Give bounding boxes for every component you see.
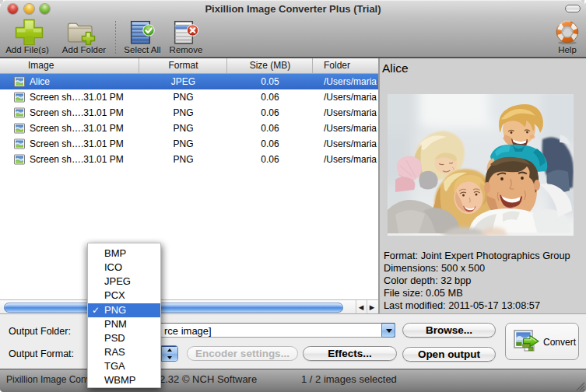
status-selection: 1 / 2 images selected [301,373,397,385]
toolbar-remove-button[interactable]: Remove [167,19,205,54]
remove-icon [167,19,205,45]
scrollbar-thumb[interactable] [4,303,343,313]
cell-format: PNG [139,152,227,167]
table-row-4[interactable]: Screen sh….31.01 PMPNG0.06/Users/maria [0,136,378,152]
menu-item-jpeg[interactable]: JPEG [88,275,160,289]
column-header-folder[interactable]: Folder [313,58,378,73]
convert-button[interactable]: Convert [505,323,579,360]
menu-item-png[interactable]: ✓PNG [88,303,160,317]
table-row-0[interactable]: AliceJPEG0.05/Users/maria [0,74,378,89]
meta-file-size: File size: 0.05 MB [384,287,570,299]
app-window: Pixillion Image Converter Plus (Trial) A… [0,0,586,392]
cell-image: Screen sh….31.01 PM [30,105,139,121]
cell-image: Screen sh….31.01 PM [30,136,139,152]
column-header-size-label: Size (MB) [250,60,291,71]
menu-item-bmp[interactable]: BMP [88,247,160,261]
browse-button[interactable]: Browse... [402,323,496,338]
meta-dimensions: Dimensions: 500 x 500 [384,262,570,275]
cell-image: Screen sh….31.01 PM [30,89,139,105]
cell-image: Screen sh….31.01 PM [30,152,139,167]
select-all-icon [121,19,164,45]
toolbar-add-folder-label: Add Folder [58,45,110,54]
image-thumbnail-icon [14,76,25,87]
convert-label: Convert [543,337,576,348]
toolbar-select-all-label: Select All [121,45,164,54]
column-header-folder-label: Folder [324,60,350,71]
table-row-3[interactable]: Screen sh….31.01 PMPNG0.06/Users/maria [0,121,378,136]
toolbar-separator [115,21,116,54]
cell-size: 0.06 [227,136,313,152]
open-output-button[interactable]: Open output [402,347,496,362]
add-folder-icon [58,19,110,45]
cell-folder: /Users/maria [324,121,378,136]
menu-item-pnm[interactable]: PNM [88,317,160,331]
cell-format: JPEG [139,74,227,89]
preview-metadata: Format: Joint Expert Photographics Group… [384,250,570,312]
cell-size: 0.06 [227,121,313,136]
column-header-image-label: Image [28,60,54,71]
table-header: Image Format Size (MB) Folder [0,58,378,74]
menu-item-psd[interactable]: PSD [88,331,160,345]
toolbar-remove-label: Remove [167,45,205,54]
scroll-right-button[interactable]: ▶ [367,300,377,313]
cell-format: PNG [139,121,227,136]
window-title: Pixillion Image Converter Plus (Trial) [0,0,586,17]
help-icon [549,19,585,45]
cell-format: PNG [139,105,227,121]
toolbar-help-button[interactable]: Help [549,19,585,54]
toolbar-toggle-button[interactable] [565,5,581,12]
scroll-left-button[interactable]: ◀ [356,300,366,313]
combo-dropdown-button[interactable] [381,323,395,338]
cell-format: PNG [139,136,227,152]
toolbar-add-folder-button[interactable]: Add Folder [58,19,110,54]
file-table: Image Format Size (MB) Folder AliceJPEG0… [0,58,378,313]
resize-grip[interactable] [574,380,585,391]
menu-item-ico[interactable]: ICO [88,261,160,275]
column-header-image[interactable]: Image [0,58,139,73]
image-thumbnail-icon [14,138,25,149]
table-row-5[interactable]: Screen sh….31.01 PMPNG0.06/Users/maria [0,152,378,167]
output-format-popup[interactable] [161,345,178,362]
toolbar-add-files-button[interactable]: Add File(s) [2,19,53,54]
menu-item-wbmp[interactable]: WBMP [88,373,160,387]
cell-format: PNG [139,89,227,105]
menu-item-pcx[interactable]: PCX [88,289,160,303]
encoder-settings-button[interactable]: Encoder settings... [187,346,298,361]
table-row-2[interactable]: Screen sh….31.01 PMPNG0.06/Users/maria [0,105,378,121]
cell-size: 0.05 [227,74,313,89]
add-files-icon [2,19,53,45]
effects-button[interactable]: Effects... [303,346,397,361]
meta-format: Format: Joint Expert Photographics Group [384,250,570,262]
image-thumbnail-icon [14,107,25,118]
cell-size: 0.06 [227,105,313,121]
menu-item-ras[interactable]: RAS [88,345,160,359]
horizontal-scrollbar[interactable]: ◀ ▶ [0,299,378,313]
output-folder-value: rce image] [164,324,212,338]
preview-title: Alice [382,61,409,75]
output-format-label: Output Format: [9,348,74,359]
cell-image: Alice [30,74,139,89]
cell-size: 0.06 [227,89,313,105]
checkmark-icon: ✓ [92,303,100,317]
column-header-format[interactable]: Format [139,58,227,73]
column-header-format-label: Format [168,60,198,71]
popup-down-arrow-icon [167,356,172,362]
status-app-name: Pixillion Image Conv [6,374,91,385]
meta-last-modified: Last modified: 2011-05-17 13:08:57 [384,299,570,312]
cell-folder: /Users/maria [324,74,378,89]
toolbar-select-all-button[interactable]: Select All [121,19,164,54]
toolbar-add-files-label: Add File(s) [2,45,53,54]
cell-folder: /Users/maria [324,152,378,167]
convert-icon [514,330,543,356]
popup-up-arrow-icon [167,346,172,352]
image-thumbnail-icon [14,154,25,165]
menu-item-tga[interactable]: TGA [88,359,160,373]
meta-color-depth: Color depth: 32 bpp [384,275,570,287]
cell-folder: /Users/maria [324,89,378,105]
cell-image: Screen sh….31.01 PM [30,121,139,136]
status-version: 2.32 © NCH Software [160,373,257,385]
output-folder-label: Output Folder: [9,326,71,337]
cell-size: 0.06 [227,152,313,167]
table-row-1[interactable]: Screen sh….31.01 PMPNG0.06/Users/maria [0,89,378,105]
column-header-size[interactable]: Size (MB) [227,58,313,73]
